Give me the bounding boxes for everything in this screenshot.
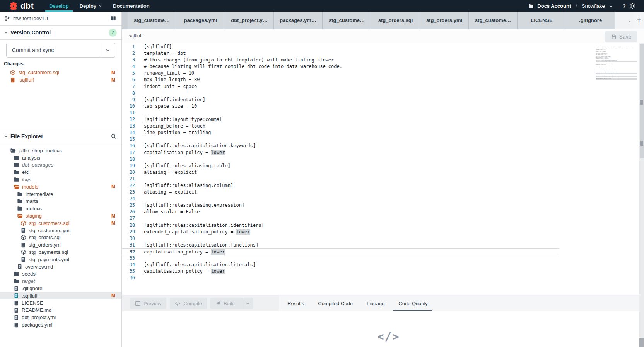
code-line-22[interactable]: 22[sqlfluff:rules:aliasing.column] bbox=[122, 182, 559, 189]
tree-item-gitignore[interactable]: .gitignore bbox=[0, 285, 121, 292]
code-line-26[interactable]: 26allow_scalar = False bbox=[122, 209, 559, 215]
code-line-30[interactable]: 30 bbox=[122, 235, 559, 242]
nav-documentation[interactable]: Documentation bbox=[108, 0, 155, 12]
tree-item-overview-md[interactable]: overview.md bbox=[0, 263, 121, 270]
code-line-20[interactable]: 20aliasing = explicit bbox=[122, 169, 559, 176]
connection-name[interactable]: Snowflake bbox=[582, 3, 605, 9]
tree-item-analysis[interactable]: analysis bbox=[0, 154, 121, 162]
build-button[interactable]: Build bbox=[210, 298, 253, 309]
code-line-16[interactable]: 16[sqlfluff:rules:capitalisation.keyword… bbox=[122, 143, 559, 149]
tree-item-jaffle-shop-metrics[interactable]: jaffle_shop_metrics bbox=[0, 147, 121, 154]
change-item-stg-customers-sql[interactable]: stg_customers.sqlM bbox=[0, 69, 121, 76]
code-line-14[interactable]: 14line_position = trailing bbox=[122, 129, 559, 136]
nav-develop[interactable]: Develop bbox=[44, 0, 74, 12]
tree-item-sqlfluff[interactable]: .sqlfluffM bbox=[0, 292, 121, 299]
code-line-24[interactable]: 24 bbox=[122, 196, 559, 202]
tab-stg-orders-sql[interactable]: stg_orders.sql bbox=[371, 12, 420, 29]
tab-license[interactable]: LICENSE bbox=[518, 12, 566, 29]
code-line-15[interactable]: 15 bbox=[122, 136, 559, 143]
tree-item-target[interactable]: target bbox=[0, 277, 121, 285]
save-button[interactable]: Save bbox=[605, 31, 637, 42]
code-line-35[interactable]: 35capitalisation_policy = lower bbox=[122, 268, 559, 275]
code-line-36[interactable]: 36 bbox=[122, 275, 559, 281]
tab-partial[interactable]: . bbox=[615, 12, 634, 29]
code-line-7[interactable]: 7indent_unit = space bbox=[122, 83, 559, 90]
panel-tab-results[interactable]: Results bbox=[287, 295, 305, 311]
tree-item-intermediate[interactable]: intermediate bbox=[0, 191, 121, 198]
tree-item-stg-orders-yml[interactable]: stg_orders.yml bbox=[0, 241, 121, 248]
code-line-32[interactable]: 32capitalisation_policy = lower bbox=[122, 248, 559, 255]
code-line-17[interactable]: 17capitalisation_policy = lower bbox=[122, 150, 559, 156]
tree-item-logs[interactable]: logs bbox=[0, 176, 121, 183]
code-line-6[interactable]: 6max_line_length = 80 bbox=[122, 77, 559, 83]
tree-item-license[interactable]: LICENSE bbox=[0, 299, 121, 307]
code-line-21[interactable]: 21 bbox=[122, 176, 559, 182]
tree-item-stg-customers-sql[interactable]: stg_customers.sqlM bbox=[0, 219, 121, 227]
build-options-chevron[interactable] bbox=[242, 298, 253, 309]
branch-row[interactable]: mw-test-idev1.1 bbox=[0, 12, 121, 26]
code-line-4[interactable]: 4# because linting will first compile db… bbox=[122, 63, 559, 70]
tab-dbt-project-y[interactable]: dbt_project.y… bbox=[225, 12, 274, 29]
tree-item-seeds[interactable]: seeds bbox=[0, 270, 121, 278]
code-line-10[interactable]: 10tab_space_size = 10 bbox=[122, 103, 559, 110]
version-control-header[interactable]: Version Control 2 bbox=[0, 26, 121, 40]
code-line-9[interactable]: 9[sqlfluff:indentation] bbox=[122, 97, 559, 103]
code-line-11[interactable]: 11 bbox=[122, 110, 559, 116]
tree-item-staging[interactable]: stagingM bbox=[0, 212, 121, 219]
tree-item-stg-payments-sql[interactable]: stg_payments.sql bbox=[0, 248, 121, 256]
panels-icon[interactable] bbox=[110, 15, 116, 21]
code-line-18[interactable]: 18 bbox=[122, 156, 559, 163]
code-line-28[interactable]: 28[sqlfluff:rules:capitalisation.identif… bbox=[122, 222, 559, 229]
editor-scrollbar[interactable] bbox=[639, 43, 644, 347]
search-icon[interactable] bbox=[111, 133, 117, 139]
code-line-8[interactable]: 8 bbox=[122, 90, 559, 97]
panel-tab-code-quality[interactable]: Code Quality bbox=[398, 295, 428, 311]
tab-stg-custome[interactable]: stg_custome… bbox=[128, 12, 176, 29]
code-line-3[interactable]: 3# This change (from jinja to dbt templa… bbox=[122, 57, 559, 63]
tab-stg-custome[interactable]: stg_custome… bbox=[469, 12, 518, 29]
code-line-1[interactable]: 1[sqlfluff] bbox=[122, 44, 559, 50]
tab-stg-orders-yml[interactable]: stg_orders.yml bbox=[420, 12, 469, 29]
tree-item-etc[interactable]: etc bbox=[0, 168, 121, 176]
code-line-25[interactable]: 25[sqlfluff:rules:aliasing.expression] bbox=[122, 202, 559, 209]
nav-deploy[interactable]: Deploy bbox=[74, 0, 108, 12]
tree-item-dbt-project-yml[interactable]: dbt_project.yml bbox=[0, 314, 121, 321]
code-editor[interactable]: 1[sqlfluff]2templater = dbt3# This chang… bbox=[122, 43, 639, 295]
compile-button[interactable]: Compile bbox=[170, 298, 207, 309]
panel-tab-compiled-code[interactable]: Compiled Code bbox=[317, 295, 354, 311]
code-line-13[interactable]: 13spacing_before = touch bbox=[122, 123, 559, 129]
commit-and-sync-button[interactable]: Commit and sync bbox=[6, 43, 115, 58]
code-line-5[interactable]: 5runaway_limit = 10 bbox=[122, 70, 559, 77]
gear-icon[interactable] bbox=[630, 3, 635, 9]
code-line-12[interactable]: 12[sqlfluff:layout:type:comma] bbox=[122, 116, 559, 123]
editor-minimap[interactable]: [sqlfluff]templater = dbt# This change (… bbox=[596, 46, 637, 80]
build-button-main[interactable]: Build bbox=[210, 298, 239, 309]
tree-item-stg-payments-yml[interactable]: stg_payments.yml bbox=[0, 256, 121, 263]
tab-packages-ym[interactable]: packages.ym… bbox=[274, 12, 323, 29]
tab-packages-yml[interactable]: packages.yml bbox=[176, 12, 225, 29]
change-item-sqlfluff[interactable]: .sqlfluffM bbox=[0, 76, 121, 83]
code-line-19[interactable]: 19[sqlfluff:rules:aliasing.table] bbox=[122, 163, 559, 169]
panel-tab-lineage[interactable]: Lineage bbox=[366, 295, 385, 311]
commit-options-chevron[interactable] bbox=[100, 43, 115, 57]
tree-item-packages-yml[interactable]: packages.yml bbox=[0, 321, 121, 328]
new-tab-button[interactable]: + bbox=[635, 12, 643, 29]
tab-stg-custome[interactable]: stg_custome… bbox=[323, 12, 371, 29]
tree-item-dbt-packages[interactable]: dbt_packages bbox=[0, 162, 121, 169]
preview-button[interactable]: Preview bbox=[130, 298, 166, 309]
chevron-down-icon[interactable] bbox=[609, 4, 613, 8]
tree-item-readme-md[interactable]: README.md bbox=[0, 307, 121, 314]
code-line-27[interactable]: 27 bbox=[122, 215, 559, 222]
tree-item-models[interactable]: modelsM bbox=[0, 183, 121, 191]
code-line-23[interactable]: 23aliasing = explicit bbox=[122, 189, 559, 196]
tree-item-stg-customers-yml[interactable]: stg_customers.yml bbox=[0, 227, 121, 234]
help-icon[interactable]: ? bbox=[622, 3, 626, 9]
code-line-31[interactable]: 31[sqlfluff:rules:capitalisation.functio… bbox=[122, 242, 559, 248]
tree-item-marts[interactable]: marts bbox=[0, 198, 121, 205]
code-line-33[interactable]: 33 bbox=[122, 255, 559, 262]
code-line-29[interactable]: 29extended_capitalisation_policy = lower bbox=[122, 229, 559, 235]
tab-gitignore[interactable]: .gitignore bbox=[566, 12, 615, 29]
code-line-34[interactable]: 34[sqlfluff:rules:capitalisation.literal… bbox=[122, 262, 559, 268]
file-explorer-header[interactable]: File Explorer bbox=[0, 129, 121, 143]
tree-item-stg-orders-sql[interactable]: stg_orders.sql bbox=[0, 234, 121, 242]
